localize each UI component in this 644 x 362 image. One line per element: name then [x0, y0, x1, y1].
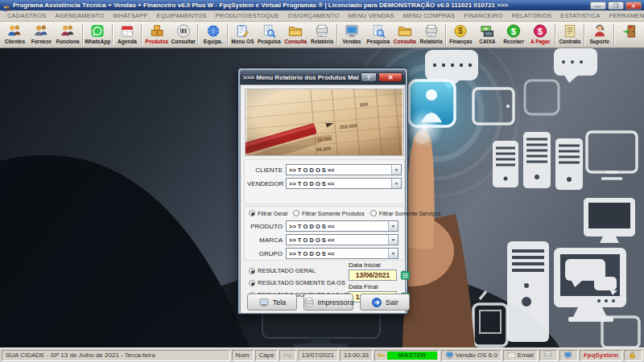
clients-icon — [6, 23, 23, 39]
toolbar-button-financas[interactable]: $Finanças — [448, 23, 474, 47]
minimize-button[interactable]: — — [590, 2, 606, 10]
radio-filtrar-somente-servicos[interactable]: Filtrar Somente Serviços — [370, 210, 441, 216]
close-button[interactable]: ✕ — [625, 2, 642, 10]
toolbar-label: Consulta — [394, 39, 416, 45]
toolbar-button-consulta[interactable]: Consulta — [283, 23, 309, 47]
cliente-select[interactable]: >> T O D O S << ▼ — [286, 164, 402, 175]
toolbar-label: WhatsApp — [85, 39, 110, 45]
toolbar-button-contrato[interactable]: Contrato — [557, 23, 584, 47]
menu-item-menu-compras[interactable]: MENU COMPRAS — [399, 11, 460, 20]
toolbar-label: Clientes — [5, 39, 25, 45]
statusbar: SUA CIDADE - SP 13 de Julho de 2021 - Te… — [0, 348, 644, 362]
toolbar-button-exitdoor[interactable] — [616, 23, 642, 47]
menu-item-equipamentos[interactable]: EQUIPAMENTOS — [152, 11, 210, 20]
dialog-help-button[interactable]: ? — [361, 72, 377, 82]
chevron-down-icon: ▼ — [391, 165, 401, 175]
report-icon — [303, 297, 315, 308]
toolbar-button-vendas[interactable]: Vendas — [339, 23, 365, 47]
produto-select[interactable]: >> T O D O S << ▼ — [286, 220, 398, 232]
dialog-body: 500260.000 10.50086.300 — [240, 84, 406, 314]
toolbar-button-clientes[interactable]: Clientes — [2, 23, 28, 47]
toolbar-separator — [112, 24, 114, 45]
toolbar-button-pesquisa[interactable]: Pesquisa — [365, 23, 391, 47]
radio-filtrar-geral[interactable]: Filtrar Geral — [249, 210, 287, 216]
toolbar-button-relatorio[interactable]: Relatório — [418, 23, 444, 47]
status-screen[interactable] — [559, 350, 578, 361]
toolbar-label: Finanças — [449, 39, 472, 45]
toolbar-separator — [584, 24, 585, 45]
toolbar-button-funciona[interactable]: Funciona — [55, 23, 81, 47]
dialog-title: >>> Menu Relatório dos Produtos Mais Ven… — [243, 74, 359, 81]
toolbar-button-relatorio[interactable]: Relatório — [309, 23, 336, 47]
marca-select[interactable]: >> T O D O S << ▼ — [286, 234, 398, 245]
menu-item-cadastros[interactable]: CADASTROS — [3, 11, 50, 20]
status-printer[interactable] — [539, 350, 558, 361]
toolbar-label: Fornece — [31, 39, 52, 45]
menu-item-estatistica[interactable]: ESTATISTICA — [556, 11, 604, 20]
toolbar-button-caixa[interactable]: CAIXA — [474, 23, 501, 47]
toolbar-button-a-pagar[interactable]: $A Pagar — [527, 23, 554, 47]
menu-item-os-orcamento[interactable]: OS/ORÇAMENTO — [284, 11, 344, 20]
toolbar-button-consultar[interactable]: Consultar — [170, 23, 196, 47]
toolbar-separator — [227, 24, 229, 45]
chevron-down-icon: ▼ — [388, 249, 398, 258]
toolbar-button-equipa[interactable]: Equipa. — [200, 23, 226, 47]
svg-text:$: $ — [459, 27, 464, 35]
sair-button[interactable]: Sair — [360, 294, 410, 311]
status-version: Versão OS 6.0 — [441, 350, 502, 361]
toolbar-button-menu-os[interactable]: Menu OS — [229, 23, 256, 47]
toolbar-separator — [82, 24, 84, 45]
grupo-label: GRUPO — [247, 250, 283, 257]
dialog-titlebar[interactable]: >>> Menu Relatório dos Produtos Mais Ven… — [240, 70, 406, 84]
searchdoc-icon — [261, 23, 277, 39]
toolbar-button-fornece[interactable]: Fornece — [28, 23, 55, 47]
app-icon — [2, 2, 10, 10]
toolbar-separator — [141, 24, 142, 45]
radio-resultado-somente-da-os[interactable]: RESULTADO SOMENTE DA OS — [249, 279, 345, 286]
button-label: Sair — [386, 298, 398, 306]
barcode-icon — [175, 23, 192, 39]
menu-item-relatorios[interactable]: RELATÓRIOS — [508, 11, 556, 20]
receive-icon: $ — [506, 23, 522, 39]
titlebar: Programa Assistência Técnica + Vendas + … — [0, 0, 644, 10]
vendedor-select[interactable]: >> T O D O S << ▼ — [286, 178, 402, 189]
toolbar-separator — [445, 24, 447, 45]
radio-resultado-geral[interactable]: RESULTADO GERAL — [249, 267, 316, 274]
data-inicial-input[interactable]: 13/06/2021 — [349, 269, 397, 281]
svg-text:$: $ — [511, 27, 517, 36]
toolbar-label: Receber — [503, 39, 524, 45]
application-window: Programa Assistência Técnica + Vendas + … — [0, 0, 644, 362]
menu-item-agendamento[interactable]: AGENDAMENTO — [51, 11, 108, 20]
toolbar-button-consulta[interactable]: Consulta — [391, 23, 418, 47]
menu-item-ferramentas[interactable]: FERRAMENTAS — [605, 11, 644, 20]
monitor-icon — [344, 23, 360, 39]
toolbar-label: Contrato — [559, 39, 580, 45]
toolbar-label: Consultar — [171, 39, 196, 45]
menu-item-produto-estoque[interactable]: PRODUTO/ESTOQUE — [212, 11, 283, 20]
toolbar-button-receber[interactable]: $Receber — [501, 23, 527, 47]
toolbar: ClientesForneceFuncionaWhatsAppAgendaPro… — [0, 22, 644, 48]
grupo-select[interactable]: >> T O D O S << ▼ — [286, 248, 398, 259]
restore-button[interactable]: ❐ — [608, 2, 624, 10]
status-email[interactable]: Email — [503, 350, 538, 361]
employees-icon — [60, 23, 76, 39]
dialog-close-button[interactable]: ✕ — [378, 72, 402, 82]
toolbar-button-agenda[interactable]: Agenda — [114, 23, 141, 47]
toolbar-label: Vendas — [343, 39, 361, 45]
searchdoc-icon — [370, 23, 386, 39]
menu-item-menu-vendas[interactable]: MENU VENDAS — [345, 11, 398, 20]
toolbar-separator — [613, 24, 615, 45]
clipboard-icon — [234, 23, 250, 39]
toolbar-button-pesquisa[interactable]: Pesquisa — [256, 23, 283, 47]
data-inicial-calendar-button[interactable] — [399, 269, 411, 281]
tela-button[interactable]: Tela — [247, 294, 297, 311]
impressora-button[interactable]: Impressora — [303, 294, 353, 311]
toolbar-button-produtos[interactable]: Produtos — [143, 23, 170, 47]
toolbar-button-suporte[interactable]: Suporte — [586, 23, 613, 47]
printer-icon — [543, 351, 552, 360]
toolbar-label: Pesquisa — [258, 39, 281, 45]
menu-item-financeiro[interactable]: FINANCEIRO — [460, 11, 506, 20]
toolbar-button-whatsapp[interactable]: WhatsApp — [85, 23, 111, 47]
radio-filtrar-somente-produtos[interactable]: Filtrar Somente Produtos — [293, 210, 365, 216]
menu-item-whatsapp[interactable]: WHATSAPP — [109, 11, 151, 20]
